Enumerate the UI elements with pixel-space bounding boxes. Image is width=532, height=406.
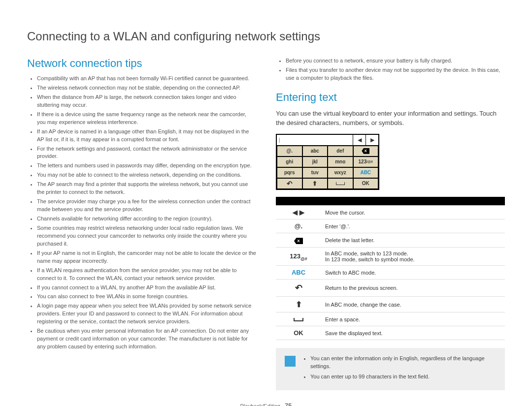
- network-tips-list: Compatibility with an AP that has not be…: [27, 75, 256, 351]
- key-mode-switch[interactable]: 123/@#: [353, 156, 379, 167]
- info-icon: [285, 356, 296, 367]
- icon-desc: Switch to ABC mode.: [321, 266, 505, 280]
- tip-item: You may not be able to connect to the wi…: [37, 171, 256, 179]
- entering-text-heading: Entering text: [276, 91, 505, 104]
- mode-switch-icon: 123@#: [276, 248, 321, 266]
- table-row: ⬆ In ABC mode, change the case.: [276, 297, 505, 312]
- icon-desc: Enter '@.'.: [321, 219, 505, 233]
- tip-item: Some countries may restrict wireless net…: [37, 224, 256, 248]
- tip-item: If a WLAN requires authentication from t…: [37, 267, 256, 282]
- tip-item: The wireless network connection may not …: [37, 84, 256, 92]
- table-row: Enter a space.: [276, 312, 505, 326]
- at-icon: @.: [276, 219, 321, 233]
- key-wxyz[interactable]: wxyz: [328, 167, 353, 178]
- page-title: Connecting to a WLAN and configuring net…: [27, 30, 505, 43]
- table-row: X Delete the last letter.: [276, 233, 505, 248]
- abc-mode-icon: ABC: [276, 266, 321, 280]
- key-mno[interactable]: mno: [328, 156, 353, 167]
- tip-item: The service provider may charge you a fe…: [37, 198, 256, 214]
- key-ok[interactable]: OK: [353, 178, 379, 189]
- cursor-right-button[interactable]: ▶: [366, 135, 378, 145]
- key-jkl[interactable]: jkl: [302, 156, 328, 167]
- ok-icon: OK: [276, 326, 321, 340]
- info-note: You can enter the information only in En…: [276, 348, 505, 390]
- top-note-item: Before you connect to a network, ensure …: [286, 57, 505, 65]
- key-def[interactable]: def: [328, 146, 353, 156]
- virtual-keyboard: | ◀ ▶ @. abc def X ghi jkl mno 123/@# pq…: [276, 134, 379, 190]
- note-item: You can enter the information only in En…: [310, 355, 496, 370]
- table-header: [276, 197, 321, 206]
- text-input[interactable]: |: [277, 135, 353, 145]
- key-abc[interactable]: abc: [302, 146, 328, 156]
- icon-desc: In ABC mode, change the case.: [321, 297, 505, 312]
- icon-desc: Move the cursor.: [321, 206, 505, 219]
- key-shift[interactable]: ⬆: [302, 178, 328, 189]
- icon-desc: In ABC mode, switch to 123 mode. In 123 …: [321, 248, 505, 266]
- cursor-left-button[interactable]: ◀: [353, 135, 366, 145]
- entering-text-intro: You can use the virtual keyboard to ente…: [276, 109, 505, 128]
- icon-description-table: ◀ ▶ Move the cursor. @. Enter '@.'. X De…: [276, 197, 505, 341]
- tip-item: Be cautious when you enter personal info…: [37, 327, 256, 351]
- key-at[interactable]: @.: [277, 146, 302, 156]
- table-row: 123@# In ABC mode, switch to 123 mode. I…: [276, 248, 505, 266]
- key-back[interactable]: ↶: [277, 178, 302, 189]
- tip-item: If there is a device using the same freq…: [37, 111, 256, 126]
- note-item: You can enter up to 99 characters in the…: [310, 373, 496, 380]
- page-footer: Playback/Editing 75: [27, 402, 505, 406]
- tip-item: The letters and numbers used in password…: [37, 162, 256, 170]
- table-row: ↶ Return to the previous screen.: [276, 280, 505, 297]
- table-row: @. Enter '@.'.: [276, 219, 505, 233]
- left-column: Network connection tips Compatibility wi…: [27, 57, 256, 390]
- space-icon: [276, 312, 321, 326]
- key-space[interactable]: [328, 178, 353, 189]
- top-notes: Before you connect to a network, ensure …: [276, 57, 505, 82]
- cursor-icon: ◀ ▶: [276, 206, 321, 219]
- right-column: Before you connect to a network, ensure …: [276, 57, 505, 390]
- table-header: [321, 197, 505, 206]
- tip-item: Channels available for networking differ…: [37, 215, 256, 223]
- key-tuv[interactable]: tuv: [302, 167, 328, 178]
- tip-item: Compatibility with an AP that has not be…: [37, 75, 256, 83]
- shift-icon: ⬆: [276, 297, 321, 312]
- icon-desc: Return to the previous screen.: [321, 280, 505, 297]
- key-abc-mode[interactable]: ABC: [353, 167, 379, 178]
- table-row: ◀ ▶ Move the cursor.: [276, 206, 505, 219]
- backspace-icon: X: [276, 233, 321, 248]
- network-tips-heading: Network connection tips: [27, 57, 256, 70]
- icon-desc: Save the displayed text.: [321, 326, 505, 340]
- tip-item: If your AP name is not in English, the c…: [37, 250, 256, 265]
- key-pqrs[interactable]: pqrs: [277, 167, 302, 178]
- page-number: 75: [285, 402, 292, 406]
- back-icon: ↶: [276, 280, 321, 297]
- top-note-item: Files that you transfer to another devic…: [286, 66, 505, 82]
- key-ghi[interactable]: ghi: [277, 156, 302, 167]
- tip-item: If an AP device is named in a language o…: [37, 128, 256, 144]
- tip-item: The AP search may find a printer that su…: [37, 181, 256, 196]
- table-row: OK Save the displayed text.: [276, 326, 505, 340]
- icon-desc: Delete the last letter.: [321, 233, 505, 248]
- tip-item: If you cannot connect to a WLAN, try ano…: [37, 284, 256, 292]
- footer-section: Playback/Editing: [240, 403, 280, 406]
- tip-item: You can also connect to free WLANs in so…: [37, 293, 256, 301]
- tip-item: A login page may appear when you select …: [37, 302, 256, 326]
- tip-item: For the network settings and password, c…: [37, 145, 256, 161]
- tip-item: When the distance from AP is large, the …: [37, 94, 256, 109]
- table-row: ABC Switch to ABC mode.: [276, 266, 505, 280]
- key-backspace[interactable]: X: [353, 146, 379, 156]
- icon-desc: Enter a space.: [321, 312, 505, 326]
